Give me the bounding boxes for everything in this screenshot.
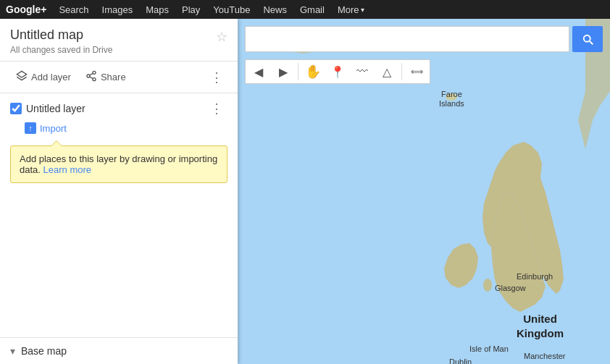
pan-forward-button[interactable]: ▶	[272, 62, 295, 82]
import-icon: ↑	[25, 122, 36, 134]
sidebar-more-button[interactable]: ⋮	[206, 68, 227, 87]
map-tools: ◀ ▶ ✋ 📍 〰 △ ⟺	[245, 59, 430, 84]
shape-tool-button[interactable]: △	[375, 62, 398, 82]
svg-point-8	[483, 279, 492, 292]
nav-gmail[interactable]: Gmail	[295, 3, 330, 17]
star-icon[interactable]: ☆	[216, 29, 227, 45]
svg-point-1	[93, 71, 96, 74]
svg-marker-0	[17, 71, 26, 77]
layer-name: Untitled layer	[26, 103, 201, 114]
map-subtitle: All changes saved in Drive	[10, 45, 112, 55]
sidebar: Untitled map All changes saved in Drive …	[0, 19, 238, 364]
add-layer-button[interactable]: Add layer	[10, 67, 77, 87]
nav-news[interactable]: News	[258, 3, 292, 17]
import-link[interactable]: Import	[40, 123, 67, 134]
map-title: Untitled map	[10, 27, 112, 43]
svg-line-5	[90, 73, 93, 75]
hand-tool-button[interactable]: ✋	[301, 62, 325, 82]
layer-checkbox[interactable]	[10, 103, 22, 114]
share-button[interactable]: Share	[80, 67, 132, 87]
learn-more-link[interactable]: Learn more	[43, 164, 91, 175]
svg-line-4	[90, 77, 93, 79]
layer-more-button[interactable]: ⋮	[206, 99, 227, 118]
main-layout: Untitled map All changes saved in Drive …	[0, 19, 610, 364]
base-map-label: Base map	[21, 345, 67, 357]
search-button[interactable]	[572, 26, 603, 52]
layer-row: Untitled layer ⋮	[0, 93, 238, 121]
layer-toolbar: Add layer Share ⋮	[0, 62, 238, 93]
google-plus-brand[interactable]: Google+	[6, 4, 46, 15]
import-row: ↑ Import	[0, 121, 238, 140]
nav-images[interactable]: Images	[97, 3, 138, 17]
svg-point-2	[87, 75, 90, 77]
search-bar	[245, 26, 603, 52]
draw-line-button[interactable]: 〰	[351, 62, 374, 82]
navbar: Google+ Search Images Maps Play YouTube …	[0, 0, 610, 19]
chevron-down-icon: ▾	[361, 6, 364, 14]
nav-maps[interactable]: Maps	[141, 3, 174, 17]
base-map-row[interactable]: ▾ Base map	[0, 337, 238, 364]
share-icon	[85, 70, 97, 84]
nav-more[interactable]: More ▾	[333, 3, 369, 17]
map-header: Untitled map All changes saved in Drive …	[0, 19, 238, 62]
nav-search[interactable]: Search	[54, 3, 93, 17]
pan-back-button[interactable]: ◀	[247, 62, 270, 82]
marker-tool-button[interactable]: 📍	[326, 62, 349, 82]
search-icon	[581, 33, 594, 46]
measure-tool-button[interactable]: ⟺	[405, 62, 428, 82]
map-area[interactable]: ◀ ▶ ✋ 📍 〰 △ ⟺ FaroeIslands Edinburgh Gla…	[238, 19, 610, 364]
svg-point-7	[446, 93, 457, 101]
nav-play[interactable]: Play	[177, 3, 205, 17]
search-input[interactable]	[245, 26, 569, 52]
chevron-right-icon: ▾	[10, 345, 15, 357]
tooltip-box: Add places to this layer by drawing or i…	[10, 145, 227, 183]
layers-icon	[16, 70, 28, 84]
nav-youtube[interactable]: YouTube	[208, 3, 255, 17]
svg-point-3	[93, 78, 96, 81]
